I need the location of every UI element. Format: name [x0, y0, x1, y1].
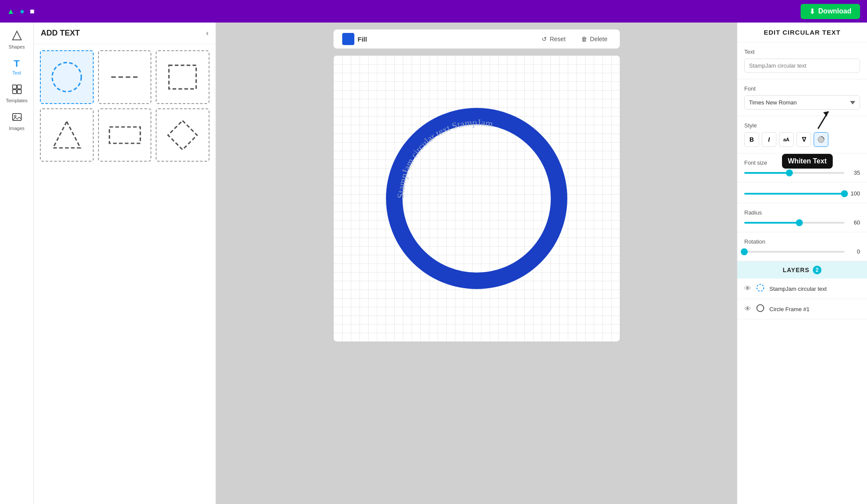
shape-item-rect-dashed[interactable] [156, 50, 209, 104]
fill-label: Fill [358, 36, 367, 43]
edit-circular-text-header: EDIT CIRCULAR TEXT [737, 23, 867, 42]
images-label: Images [9, 126, 24, 131]
svg-point-13 [394, 116, 559, 281]
templates-icon [12, 84, 22, 97]
images-icon [12, 112, 22, 125]
triangle-icon: ▲ [7, 7, 15, 16]
topbar: ▲ ● ■ ⬇ Download [0, 0, 867, 23]
svg-marker-0 [13, 31, 21, 40]
uppercase-button[interactable]: aA [779, 132, 794, 147]
edit-circular-text-title: EDIT CIRCULAR TEXT [764, 29, 841, 36]
circle-canvas[interactable]: StampJam circular text StampJam [381, 103, 572, 294]
font-size-value: 35 [848, 169, 860, 176]
style-buttons: B I aA ∇ [744, 132, 860, 147]
shape-item-circle-dashed[interactable] [40, 50, 94, 104]
shapes-label: Shapes [9, 44, 25, 49]
layer-eye-icon-1: 👁 [744, 285, 751, 293]
svg-point-18 [757, 284, 764, 291]
sidebar-item-images[interactable]: Images [2, 108, 32, 134]
sidebar-item-shapes[interactable]: Shapes [2, 27, 32, 53]
text-section-label: Text [744, 49, 860, 55]
shape-item-triangle-dashed[interactable] [40, 108, 94, 162]
radius-slider-row: 60 [744, 219, 860, 226]
reset-label: Reset [550, 36, 566, 42]
rotation-slider-row: 0 [744, 248, 860, 255]
fill-button[interactable]: Fill [342, 33, 367, 45]
whiten-slider-fill [744, 193, 844, 195]
radius-slider-thumb [796, 219, 803, 226]
whiten-slider-thumb [841, 190, 848, 197]
canvas-area: Fill ↺ Reset 🗑 Delete StampJ [216, 23, 737, 504]
layers-header: LAYERS 2 [737, 261, 867, 279]
download-label: Download [818, 7, 851, 15]
whiten-value: 100 [848, 190, 860, 197]
font-select[interactable]: Times New Roman Arial Helvetica Georgia … [744, 95, 860, 110]
text-panel-header: ADD TEXT ‹ [34, 23, 216, 44]
circle-icon: ● [20, 7, 25, 16]
rotation-label: Rotation [744, 238, 860, 245]
svg-point-7 [52, 62, 81, 91]
collapse-panel-button[interactable]: ‹ [206, 29, 209, 38]
rotation-section: Rotation 0 [737, 232, 867, 261]
reset-button[interactable]: ↺ Reset [538, 34, 569, 44]
rotation-value: 0 [848, 248, 860, 255]
font-size-slider-row: 35 [744, 169, 860, 176]
bold-button[interactable]: B [744, 132, 759, 147]
layer-item-circular-text[interactable]: 👁 StampJam circular text [737, 279, 867, 299]
layer-eye-icon-2: 👁 [744, 305, 751, 313]
text-shapes-grid [34, 44, 216, 168]
text-label: Text [12, 70, 21, 75]
shape-item-rect-wide-dashed[interactable] [98, 108, 152, 162]
svg-rect-2 [17, 85, 21, 89]
layer-name-circle-frame: Circle Frame #1 [769, 306, 809, 312]
layer-circle-icon [756, 303, 765, 315]
svg-rect-1 [13, 85, 16, 89]
fill-color-box [342, 33, 354, 45]
radius-slider-track[interactable] [744, 222, 844, 224]
svg-marker-12 [168, 120, 197, 150]
whiten-slider-track[interactable] [744, 193, 844, 195]
topbar-logo-icons: ▲ ● ■ [7, 7, 35, 16]
svg-point-19 [757, 305, 764, 312]
svg-rect-9 [169, 65, 196, 89]
svg-rect-3 [13, 90, 16, 94]
svg-point-6 [14, 115, 16, 117]
delete-label: Delete [590, 36, 607, 42]
radius-value: 60 [848, 219, 860, 226]
font-section-label: Font [744, 85, 860, 92]
main-layout: Shapes T Text Templates [0, 23, 867, 504]
square-icon: ■ [30, 7, 35, 16]
delete-button[interactable]: 🗑 Delete [578, 34, 611, 44]
flip-button[interactable]: ∇ [796, 132, 811, 147]
italic-button[interactable]: I [762, 132, 776, 147]
reset-icon: ↺ [542, 36, 547, 42]
font-size-slider-track[interactable] [744, 172, 844, 174]
canvas-frame: StampJam circular text StampJam [334, 55, 620, 341]
circular-text-input[interactable] [744, 59, 860, 73]
whiten-button-container: Whiten Text [814, 132, 828, 147]
text-panel: ADD TEXT ‹ [34, 23, 216, 504]
font-size-slider-thumb [786, 169, 793, 176]
radius-slider-fill [744, 222, 799, 224]
layers-title: LAYERS [783, 267, 810, 273]
sidebar-item-templates[interactable]: Templates [2, 81, 32, 107]
layer-dashed-circle-icon [756, 283, 765, 294]
font-size-slider-fill [744, 172, 789, 174]
radius-section: Radius 60 [737, 203, 867, 232]
whiten-text-tooltip: Whiten Text [782, 154, 833, 169]
whiten-button[interactable] [814, 132, 828, 147]
sidebar-item-text[interactable]: T Text [2, 55, 32, 79]
text-section: Text [737, 42, 867, 79]
radius-label: Radius [744, 209, 860, 216]
layer-item-circle-frame[interactable]: 👁 Circle Frame #1 [737, 299, 867, 319]
layers-panel: LAYERS 2 👁 StampJam circular text 👁 [737, 261, 867, 319]
download-button[interactable]: ⬇ Download [801, 4, 860, 19]
rotation-slider-track[interactable] [744, 251, 844, 253]
download-icon: ⬇ [809, 7, 815, 16]
templates-label: Templates [6, 98, 27, 103]
shape-item-line-dashed[interactable] [98, 50, 152, 104]
canvas-svg: StampJam circular text StampJam [381, 103, 572, 294]
style-section: Style B I aA ∇ [737, 116, 867, 153]
whiten-slider-row: 100 [744, 190, 860, 197]
shape-item-diamond-dashed[interactable] [156, 108, 209, 162]
